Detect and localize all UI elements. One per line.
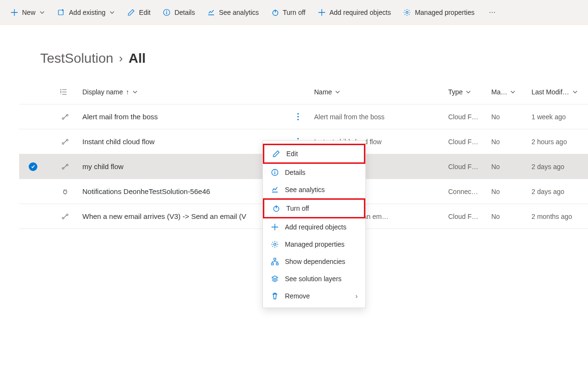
col-managed[interactable]: Ma… xyxy=(491,88,531,96)
ctx-label: Details xyxy=(285,169,305,176)
ctx-edit[interactable]: Edit xyxy=(263,144,365,164)
ctx-remove[interactable]: Remove › xyxy=(263,287,365,305)
edit-button[interactable]: Edit xyxy=(123,6,155,19)
info-icon xyxy=(163,9,170,16)
gear-icon xyxy=(271,240,279,248)
details-label: Details xyxy=(174,9,195,16)
flow-icon xyxy=(48,213,82,220)
chevron-down-icon xyxy=(335,89,340,95)
chart-icon xyxy=(271,186,279,194)
cell-managed: No xyxy=(491,188,531,195)
cell-display-name: Notifications DeonheTestSolution-56e46 xyxy=(82,187,293,195)
add-existing-label: Add existing xyxy=(69,9,105,16)
svg-point-10 xyxy=(67,164,68,166)
breadcrumb-leaf: All xyxy=(129,51,146,66)
cell-type: Cloud F… xyxy=(448,163,491,171)
power-icon xyxy=(271,9,279,16)
table-row[interactable]: Alert mail from the boss Alert mail from… xyxy=(19,104,588,129)
ctx-label: Show dependencies xyxy=(285,258,345,265)
ctx-add-required-objects[interactable]: Add required objects xyxy=(263,218,365,236)
col-display-name[interactable]: Display name ↑ xyxy=(82,88,293,96)
numbered-list-icon[interactable] xyxy=(60,88,68,96)
tree-icon xyxy=(271,258,279,265)
row-selected-icon[interactable] xyxy=(29,162,37,171)
add-required-button[interactable]: Add required objects xyxy=(313,6,396,19)
chevron-right-icon: › xyxy=(119,52,123,65)
ctx-label: See analytics xyxy=(285,186,325,194)
info-icon xyxy=(271,169,279,176)
cell-modified: 2 months ago xyxy=(531,213,588,220)
context-menu: Edit Details See analytics Turn off Add … xyxy=(262,140,366,308)
flow-icon xyxy=(48,138,82,145)
managed-properties-label: Managed properties xyxy=(415,9,475,16)
ctx-managed-properties[interactable]: Managed properties xyxy=(263,236,365,253)
breadcrumb: TestSolution › All xyxy=(0,25,588,66)
cell-display-name: When a new email arrives (V3) -> Send an… xyxy=(82,212,293,220)
chevron-down-icon xyxy=(39,10,45,15)
row-more-button[interactable] xyxy=(293,113,303,120)
svg-point-12 xyxy=(67,214,68,216)
col-name[interactable]: Name xyxy=(314,88,448,96)
cell-display-name: Instant child cloud flow xyxy=(82,137,293,146)
table-header: Display name ↑ Name Type Ma… Last Modif… xyxy=(19,80,588,104)
ctx-label: Remove xyxy=(285,292,310,300)
col-last-modified[interactable]: Last Modif… xyxy=(531,88,588,96)
ctx-label: Managed properties xyxy=(285,240,345,248)
ctx-label: Add required objects xyxy=(285,223,346,231)
flow-icon xyxy=(48,163,82,170)
toolbar: New Add existing Edit Details See analyt… xyxy=(0,0,588,25)
cell-managed: No xyxy=(491,113,531,121)
chevron-right-icon: › xyxy=(355,292,358,300)
ctx-see-analytics[interactable]: See analytics xyxy=(263,181,365,198)
plug-icon xyxy=(48,188,82,195)
chart-icon xyxy=(207,9,215,16)
cell-type: Cloud F… xyxy=(448,213,491,220)
svg-point-7 xyxy=(62,142,64,144)
analytics-button[interactable]: See analytics xyxy=(203,6,263,19)
svg-point-6 xyxy=(67,114,68,116)
cell-name: Alert mail from the boss xyxy=(314,113,448,121)
ctx-see-solution-layers[interactable]: See solution layers xyxy=(263,270,365,287)
svg-rect-18 xyxy=(271,263,273,265)
cell-managed: No xyxy=(491,138,531,146)
more-horizontal-icon: ⋯ xyxy=(489,9,496,16)
sort-asc-icon: ↑ xyxy=(126,88,129,96)
cell-type: Connec… xyxy=(448,188,491,195)
managed-properties-button[interactable]: Managed properties xyxy=(398,6,479,19)
svg-point-9 xyxy=(62,167,64,169)
ctx-turn-off[interactable]: Turn off xyxy=(263,198,365,218)
svg-point-5 xyxy=(62,117,64,119)
ctx-label: Edit xyxy=(286,150,298,158)
svg-point-2 xyxy=(167,11,168,11)
details-button[interactable]: Details xyxy=(158,6,200,19)
analytics-label: See analytics xyxy=(219,9,259,16)
plus-icon xyxy=(318,9,326,16)
cell-type: Cloud F… xyxy=(448,138,491,146)
ctx-show-dependencies[interactable]: Show dependencies xyxy=(263,253,365,270)
col-type[interactable]: Type xyxy=(448,88,491,96)
ctx-label: Turn off xyxy=(286,205,309,212)
layers-icon xyxy=(271,275,279,283)
turn-off-label: Turn off xyxy=(283,9,305,16)
edit-label: Edit xyxy=(139,9,150,16)
svg-rect-19 xyxy=(276,263,278,265)
ctx-details[interactable]: Details xyxy=(263,164,365,181)
flow-icon xyxy=(48,114,82,120)
svg-rect-17 xyxy=(274,258,276,260)
cell-modified: 1 week ago xyxy=(531,113,588,121)
turn-off-button[interactable]: Turn off xyxy=(267,6,310,19)
svg-point-16 xyxy=(274,243,276,246)
svg-point-4 xyxy=(406,11,408,13)
edit-icon xyxy=(272,150,281,158)
overflow-button[interactable]: ⋯ xyxy=(484,6,500,19)
cell-managed: No xyxy=(491,213,531,220)
cell-modified: 2 days ago xyxy=(531,163,588,171)
svg-point-11 xyxy=(62,217,64,219)
chevron-down-icon xyxy=(109,10,115,15)
add-existing-button[interactable]: Add existing xyxy=(53,6,120,19)
cell-display-name: Alert mail from the boss xyxy=(82,113,293,121)
breadcrumb-root[interactable]: TestSolution xyxy=(40,51,113,66)
new-label: New xyxy=(22,9,35,16)
new-button[interactable]: New xyxy=(6,6,50,19)
cell-managed: No xyxy=(491,163,531,171)
